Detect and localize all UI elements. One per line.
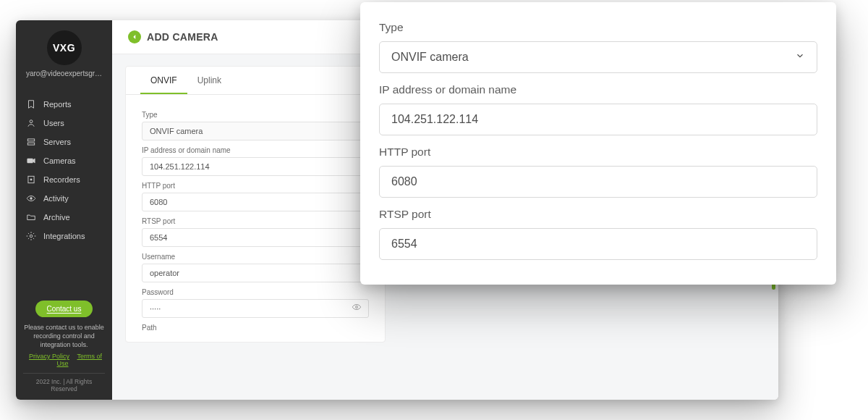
rtsp-port-input[interactable]: 6554 xyxy=(379,228,817,260)
password-input[interactable] xyxy=(142,299,369,318)
sidebar-item-label: Recorders xyxy=(43,175,80,184)
sidebar-footer: Contact us Please contact us to enable r… xyxy=(16,292,112,400)
chevron-down-icon xyxy=(795,51,805,64)
sidebar-item-label: Reports xyxy=(43,100,72,109)
http-port-input[interactable]: 6080 xyxy=(379,166,817,198)
ip-input-small[interactable] xyxy=(142,157,369,176)
label-ip: IP address or domain name xyxy=(142,146,369,154)
svg-rect-2 xyxy=(27,143,34,145)
tabs: ONVIF Uplink xyxy=(126,67,385,95)
onvif-form: Type ONVIF camera IP address or domain n… xyxy=(126,95,385,332)
tab-onvif[interactable]: ONVIF xyxy=(140,67,187,94)
page-title: ADD CAMERA xyxy=(147,31,218,43)
label-path: Path xyxy=(142,324,369,332)
contact-us-button[interactable]: Contact us xyxy=(35,301,93,317)
folder-icon xyxy=(26,212,36,222)
svg-rect-3 xyxy=(27,159,33,163)
toggle-password-visibility[interactable] xyxy=(352,302,362,315)
label-username: Username xyxy=(142,253,369,261)
fg-label-http: HTTP port xyxy=(379,146,817,159)
type-select-small[interactable]: ONVIF camera xyxy=(142,122,369,140)
sidebar-item-activity[interactable]: Activity xyxy=(16,189,112,208)
svg-point-8 xyxy=(356,306,358,308)
sidebar-item-users[interactable]: Users xyxy=(16,114,112,133)
server-icon xyxy=(26,137,36,147)
svg-point-7 xyxy=(30,235,33,238)
sidebar-item-label: Activity xyxy=(43,194,69,203)
type-select-value: ONVIF camera xyxy=(391,51,469,64)
chevron-left-icon xyxy=(131,30,138,43)
svg-rect-1 xyxy=(27,139,34,141)
svg-point-5 xyxy=(30,179,32,180)
ip-input[interactable]: 104.251.122.114 xyxy=(379,104,817,135)
sidebar-item-label: Users xyxy=(43,119,64,127)
privacy-policy-link[interactable]: Privacy Policy xyxy=(29,353,69,360)
ip-input-value: 104.251.122.114 xyxy=(391,113,478,126)
user-email: yaro@videoexpertsgr… xyxy=(16,65,112,85)
eye-icon xyxy=(26,193,36,203)
sidebar-item-reports[interactable]: Reports xyxy=(16,95,112,114)
add-camera-card: ONVIF Uplink Type ONVIF camera IP addres… xyxy=(125,66,386,343)
http-port-input-small[interactable] xyxy=(142,193,369,211)
label-type: Type xyxy=(142,111,369,119)
sidebar-item-cameras[interactable]: Cameras xyxy=(16,151,112,170)
rtsp-port-input-small[interactable] xyxy=(142,228,369,247)
copyright: 2022 Inc. | All Rights Reserved xyxy=(23,373,105,392)
sidebar-item-archive[interactable]: Archive xyxy=(16,208,112,227)
eye-icon xyxy=(352,302,362,314)
fg-label-rtsp: RTSP port xyxy=(379,208,817,221)
sidebar-item-label: Servers xyxy=(43,138,71,146)
svg-point-0 xyxy=(30,120,33,123)
sidebar-item-label: Integrations xyxy=(43,232,85,240)
sidebar-item-integrations[interactable]: Integrations xyxy=(16,227,112,245)
type-select[interactable]: ONVIF camera xyxy=(379,41,817,73)
user-icon xyxy=(26,118,36,128)
fg-label-type: Type xyxy=(379,21,817,34)
footer-note: Please contact us to enable recording co… xyxy=(23,323,105,349)
recorder-icon xyxy=(26,175,36,185)
http-port-value: 6080 xyxy=(391,175,417,188)
label-http: HTTP port xyxy=(142,182,369,190)
svg-point-6 xyxy=(30,198,33,200)
sidebar: VXG yaro@videoexpertsgr… Reports Users S… xyxy=(16,20,112,400)
sidebar-item-recorders[interactable]: Recorders xyxy=(16,170,112,189)
cog-icon xyxy=(26,231,36,241)
zoom-panel: Type ONVIF camera IP address or domain n… xyxy=(360,2,836,285)
bookmark-icon xyxy=(26,99,36,109)
label-rtsp: RTSP port xyxy=(142,217,369,225)
back-button[interactable] xyxy=(128,30,141,43)
camera-icon xyxy=(26,156,36,166)
fg-label-ip: IP address or domain name xyxy=(379,83,817,96)
brand-logo: VXG xyxy=(47,30,82,65)
sidebar-nav: Reports Users Servers Cameras Recorders … xyxy=(16,95,112,245)
label-password: Password xyxy=(142,288,369,296)
rtsp-port-value: 6554 xyxy=(391,238,417,251)
sidebar-item-label: Archive xyxy=(43,213,70,222)
sidebar-item-servers[interactable]: Servers xyxy=(16,133,112,151)
tab-uplink[interactable]: Uplink xyxy=(187,67,231,94)
sidebar-item-label: Cameras xyxy=(43,156,76,165)
username-input[interactable] xyxy=(142,264,369,282)
